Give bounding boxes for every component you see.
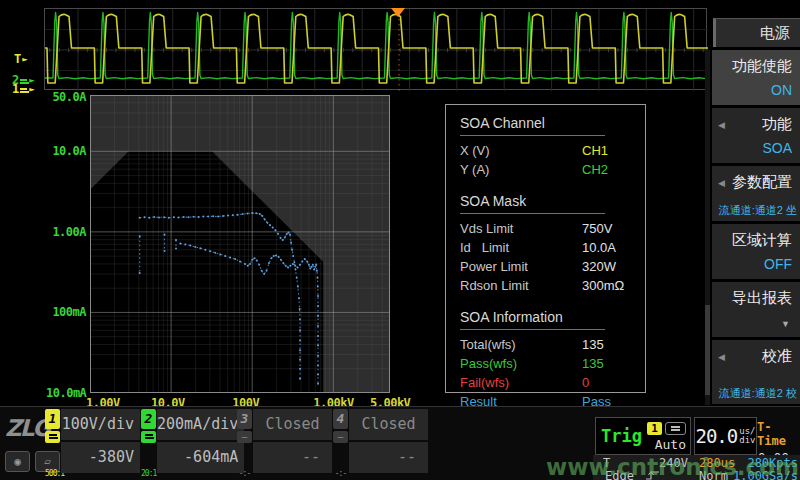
info-row: Rdson Limit300mΩ (460, 278, 633, 297)
sidebar-item-area-calc[interactable]: 区域计算OFF (712, 224, 800, 279)
submenu-left-arrow-icon: ◀ (718, 178, 725, 188)
soa-y-tick-label: 50.0A (46, 90, 86, 104)
channel-2-probe-ratio: 20:1 (141, 469, 156, 479)
channel-3-probe-ratio: -:- (237, 469, 252, 479)
marker-arrow-icon: ► (29, 84, 34, 94)
dc-coupling-icon (20, 79, 28, 98)
sidebar-header-power: 电源 (713, 18, 800, 47)
watermark: www.cntronics.com (546, 454, 799, 480)
info-row: Power Limit320W (460, 259, 633, 278)
soa-plot-canvas (90, 95, 390, 393)
sidebar-item-calibration[interactable]: ◀校准流通道:通道2 校 (712, 340, 800, 404)
soa-information-rows: Total(wfs)135Pass(wfs)135Fail(wfs)0Resul… (460, 337, 633, 413)
soa-mask-rows: Vds Limit750VId Limit10.0APower Limit320… (460, 221, 633, 297)
channel-2-coupling-icon (141, 431, 156, 443)
timebase-status-box[interactable]: 20.0 us/div T-Time 0.00s (694, 417, 800, 455)
sidebar-scrollbar-thumb[interactable] (705, 305, 710, 395)
ttime-label: T-Time (757, 420, 797, 448)
trigger-label: Trig (596, 418, 642, 454)
channel-4-offset: -- (349, 442, 428, 473)
channel-1-coupling-icon (45, 431, 60, 443)
oscilloscope-screen: T►2►1► 50.0A10.0A1.00A100mA10.0mA1.00V10… (0, 0, 800, 480)
info-row: X (V)CH1 (460, 143, 633, 162)
channel-1-ground-marker[interactable]: 1► (12, 79, 35, 98)
channel-1-offset: -380V (61, 442, 140, 473)
channel-2-offset: -604mA (157, 442, 244, 473)
channel-1-probe-ratio: 500:1 (45, 469, 60, 479)
channel-4-badge: 4 (333, 409, 348, 429)
soa-y-tick-label: 10.0A (46, 144, 86, 158)
info-row: Total(wfs)135 (460, 337, 633, 356)
soa-info-panel: SOA Channel X (V)CH1Y (A)CH2 SOA Mask Vd… (445, 104, 646, 393)
info-row: Vds Limit750V (460, 221, 633, 240)
channel-3-scale: Closed (253, 409, 332, 440)
channel-4-coupling-icon: – (333, 431, 348, 443)
soa-y-tick-label: 10.0mA (46, 386, 86, 400)
soa-y-tick-label: 100mA (46, 305, 86, 319)
trigger-status-box[interactable]: Trig 1 Auto (595, 417, 691, 455)
knob-icon: ◉ (5, 451, 30, 472)
dropdown-arrow-icon: ▼ (781, 319, 790, 329)
info-row: Y (A)CH2 (460, 162, 633, 181)
sidebar-item-function[interactable]: ◀功能SOA (712, 108, 800, 163)
trigger-level-marker[interactable]: T► (14, 52, 28, 66)
waveform-traces (45, 9, 708, 91)
info-row: Id Limit10.0A (460, 240, 633, 259)
waveform-panel (44, 8, 707, 90)
submenu-left-arrow-icon: ◀ (718, 352, 725, 362)
channel-1-block[interactable]: 1500:1100V/div-380V (45, 409, 140, 479)
info-row: Pass(wfs)135 (460, 356, 633, 375)
channel-1-scale: 100V/div (61, 409, 140, 440)
channel-status-blocks: 1500:1100V/div-380V220:1200mA/div-604mA3… (45, 409, 429, 479)
channel-1-badge: 1 (45, 409, 60, 429)
soa-channel-rows: X (V)CH1Y (A)CH2 (460, 143, 633, 181)
timebase-unit: us/div (739, 427, 755, 445)
soa-y-tick-label: 1.00A (46, 225, 86, 239)
soa-plot (90, 95, 390, 393)
marker-arrow-icon: ► (22, 54, 27, 64)
submenu-left-arrow-icon: ◀ (718, 120, 725, 130)
soa-channel-header: SOA Channel (460, 115, 605, 136)
trigger-mode: Auto (655, 437, 686, 452)
soa-mask-header: SOA Mask (460, 193, 605, 214)
channel-3-badge: 3 (237, 409, 252, 429)
trigger-coupling-icon (665, 422, 686, 435)
sidebar-item-param-config[interactable]: ◀参数配置流通道:通道2 坐 (712, 166, 800, 221)
channel-3-offset: -- (253, 442, 332, 473)
channel-4-block[interactable]: 4–-:-Closed-- (333, 409, 428, 479)
soa-information-header: SOA Information (460, 309, 605, 330)
sidebar-item-export-report[interactable]: 导出报表▼ (712, 282, 800, 337)
channel-2-block[interactable]: 220:1200mA/div-604mA (141, 409, 236, 479)
sidebar-item-function-enable[interactable]: 功能使能ON (712, 50, 800, 105)
channel-2-badge: 2 (141, 409, 156, 429)
sidebar-scrollbar[interactable] (705, 50, 710, 405)
channel-2-scale: 200mA/div (157, 409, 244, 440)
trigger-position-marker-icon[interactable] (391, 8, 405, 17)
channel-3-block[interactable]: 3–-:-Closed-- (237, 409, 332, 479)
trigger-source-badge: 1 (647, 422, 662, 435)
channel-4-probe-ratio: -:- (333, 469, 348, 479)
channel-4-scale: Closed (349, 409, 428, 440)
timebase-value: 20.0 (695, 425, 737, 447)
channel-3-coupling-icon: – (237, 431, 252, 443)
info-row: Fail(wfs)0 (460, 375, 633, 394)
